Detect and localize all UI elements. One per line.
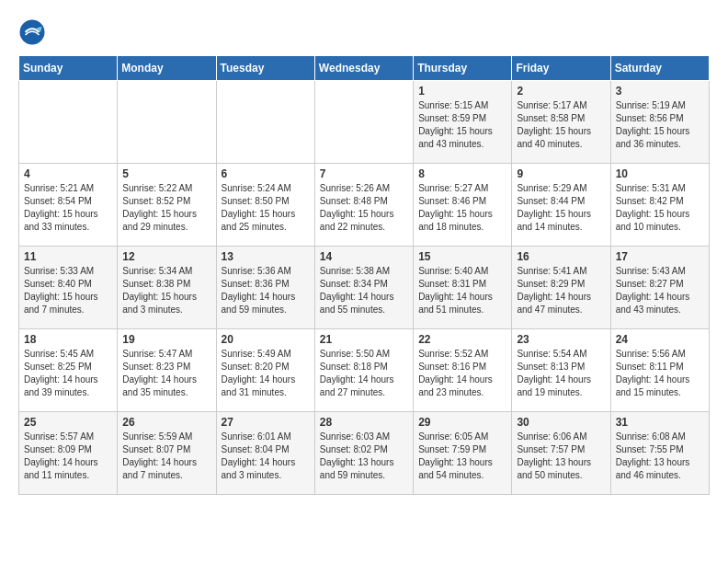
week-row-3: 11Sunrise: 5:33 AMSunset: 8:40 PMDayligh…	[19, 247, 710, 329]
cell-content: Sunrise: 6:08 AMSunset: 7:55 PMDaylight:…	[616, 431, 704, 482]
day-number: 20	[222, 333, 310, 346]
cell-content: Sunrise: 5:54 AMSunset: 8:13 PMDaylight:…	[517, 348, 605, 399]
cell-content: Sunrise: 5:45 AMSunset: 8:25 PMDaylight:…	[24, 348, 112, 399]
day-number: 10	[616, 167, 704, 180]
weekday-header-wednesday: Wednesday	[314, 56, 413, 81]
calendar-cell: 24Sunrise: 5:56 AMSunset: 8:11 PMDayligh…	[610, 329, 709, 412]
cell-content: Sunrise: 5:41 AMSunset: 8:29 PMDaylight:…	[517, 265, 605, 316]
weekday-header-friday: Friday	[512, 56, 610, 81]
cell-content: Sunrise: 5:36 AMSunset: 8:36 PMDaylight:…	[222, 265, 310, 316]
weekday-header-tuesday: Tuesday	[216, 56, 314, 81]
weekday-header-sunday: Sunday	[19, 56, 118, 81]
calendar-cell	[118, 81, 216, 164]
calendar-cell: 13Sunrise: 5:36 AMSunset: 8:36 PMDayligh…	[216, 247, 314, 329]
logo	[18, 18, 50, 46]
day-number: 4	[24, 167, 112, 180]
calendar-cell: 15Sunrise: 5:40 AMSunset: 8:31 PMDayligh…	[414, 247, 512, 329]
cell-content: Sunrise: 5:34 AMSunset: 8:38 PMDaylight:…	[122, 265, 210, 316]
day-number: 15	[418, 250, 506, 263]
cell-content: Sunrise: 5:38 AMSunset: 8:34 PMDaylight:…	[320, 265, 408, 316]
calendar-cell: 16Sunrise: 5:41 AMSunset: 8:29 PMDayligh…	[512, 247, 610, 329]
calendar-cell: 1Sunrise: 5:15 AMSunset: 8:59 PMDaylight…	[414, 81, 512, 164]
calendar-cell: 7Sunrise: 5:26 AMSunset: 8:48 PMDaylight…	[314, 164, 413, 247]
cell-content: Sunrise: 5:27 AMSunset: 8:46 PMDaylight:…	[418, 182, 506, 234]
day-number: 25	[24, 416, 112, 429]
weekday-header-thursday: Thursday	[414, 56, 512, 81]
week-row-5: 25Sunrise: 5:57 AMSunset: 8:09 PMDayligh…	[19, 412, 710, 495]
weekday-header-saturday: Saturday	[610, 56, 709, 81]
cell-content: Sunrise: 5:50 AMSunset: 8:18 PMDaylight:…	[320, 348, 408, 399]
calendar-cell: 31Sunrise: 6:08 AMSunset: 7:55 PMDayligh…	[610, 412, 709, 495]
calendar-cell: 21Sunrise: 5:50 AMSunset: 8:18 PMDayligh…	[314, 329, 413, 412]
calendar-cell: 27Sunrise: 6:01 AMSunset: 8:04 PMDayligh…	[216, 412, 314, 495]
calendar-cell: 5Sunrise: 5:22 AMSunset: 8:52 PMDaylight…	[118, 164, 216, 247]
calendar-cell: 30Sunrise: 6:06 AMSunset: 7:57 PMDayligh…	[512, 412, 610, 495]
day-number: 12	[122, 250, 210, 263]
cell-content: Sunrise: 5:56 AMSunset: 8:11 PMDaylight:…	[616, 348, 704, 399]
calendar-cell: 19Sunrise: 5:47 AMSunset: 8:23 PMDayligh…	[118, 329, 216, 412]
calendar-cell: 17Sunrise: 5:43 AMSunset: 8:27 PMDayligh…	[610, 247, 709, 329]
day-number: 19	[122, 333, 210, 346]
cell-content: Sunrise: 5:59 AMSunset: 8:07 PMDaylight:…	[122, 431, 210, 482]
cell-content: Sunrise: 6:01 AMSunset: 8:04 PMDaylight:…	[222, 431, 310, 482]
day-number: 9	[517, 167, 605, 180]
logo-icon	[18, 18, 46, 46]
calendar-cell: 14Sunrise: 5:38 AMSunset: 8:34 PMDayligh…	[314, 247, 413, 329]
cell-content: Sunrise: 6:05 AMSunset: 7:59 PMDaylight:…	[418, 431, 506, 482]
day-number: 5	[122, 167, 210, 180]
weekday-header-monday: Monday	[118, 56, 216, 81]
cell-content: Sunrise: 5:49 AMSunset: 8:20 PMDaylight:…	[222, 348, 310, 399]
day-number: 22	[418, 333, 506, 346]
day-number: 16	[517, 250, 605, 263]
day-number: 11	[24, 250, 112, 263]
day-number: 24	[616, 333, 704, 346]
day-number: 26	[122, 416, 210, 429]
cell-content: Sunrise: 6:06 AMSunset: 7:57 PMDaylight:…	[517, 431, 605, 482]
calendar-cell: 4Sunrise: 5:21 AMSunset: 8:54 PMDaylight…	[19, 164, 118, 247]
calendar-cell: 26Sunrise: 5:59 AMSunset: 8:07 PMDayligh…	[118, 412, 216, 495]
cell-content: Sunrise: 5:22 AMSunset: 8:52 PMDaylight:…	[122, 182, 210, 234]
day-number: 14	[320, 250, 408, 263]
week-row-2: 4Sunrise: 5:21 AMSunset: 8:54 PMDaylight…	[19, 164, 710, 247]
day-number: 7	[320, 167, 408, 180]
calendar-cell: 2Sunrise: 5:17 AMSunset: 8:58 PMDaylight…	[512, 81, 610, 164]
cell-content: Sunrise: 5:57 AMSunset: 8:09 PMDaylight:…	[24, 431, 112, 482]
calendar-cell: 6Sunrise: 5:24 AMSunset: 8:50 PMDaylight…	[216, 164, 314, 247]
day-number: 21	[320, 333, 408, 346]
day-number: 17	[616, 250, 704, 263]
day-number: 13	[222, 250, 310, 263]
cell-content: Sunrise: 5:47 AMSunset: 8:23 PMDaylight:…	[122, 348, 210, 399]
cell-content: Sunrise: 5:19 AMSunset: 8:56 PMDaylight:…	[616, 99, 704, 151]
day-number: 18	[24, 333, 112, 346]
week-row-1: 1Sunrise: 5:15 AMSunset: 8:59 PMDaylight…	[19, 81, 710, 164]
calendar-table: SundayMondayTuesdayWednesdayThursdayFrid…	[18, 55, 710, 495]
cell-content: Sunrise: 5:31 AMSunset: 8:42 PMDaylight:…	[616, 182, 704, 234]
calendar-cell	[19, 81, 118, 164]
cell-content: Sunrise: 5:24 AMSunset: 8:50 PMDaylight:…	[222, 182, 310, 234]
day-number: 3	[616, 85, 704, 98]
day-number: 2	[517, 85, 605, 98]
day-number: 31	[616, 416, 704, 429]
calendar-cell: 8Sunrise: 5:27 AMSunset: 8:46 PMDaylight…	[414, 164, 512, 247]
calendar-cell: 12Sunrise: 5:34 AMSunset: 8:38 PMDayligh…	[118, 247, 216, 329]
day-number: 23	[517, 333, 605, 346]
day-number: 27	[222, 416, 310, 429]
calendar-cell: 25Sunrise: 5:57 AMSunset: 8:09 PMDayligh…	[19, 412, 118, 495]
calendar-cell: 9Sunrise: 5:29 AMSunset: 8:44 PMDaylight…	[512, 164, 610, 247]
calendar-cell: 3Sunrise: 5:19 AMSunset: 8:56 PMDaylight…	[610, 81, 709, 164]
cell-content: Sunrise: 5:52 AMSunset: 8:16 PMDaylight:…	[418, 348, 506, 399]
day-number: 6	[222, 167, 310, 180]
day-number: 28	[320, 416, 408, 429]
calendar-cell: 10Sunrise: 5:31 AMSunset: 8:42 PMDayligh…	[610, 164, 709, 247]
calendar-cell: 22Sunrise: 5:52 AMSunset: 8:16 PMDayligh…	[414, 329, 512, 412]
calendar-cell: 11Sunrise: 5:33 AMSunset: 8:40 PMDayligh…	[19, 247, 118, 329]
cell-content: Sunrise: 6:03 AMSunset: 8:02 PMDaylight:…	[320, 431, 408, 482]
weekday-header-row: SundayMondayTuesdayWednesdayThursdayFrid…	[19, 56, 710, 81]
day-number: 1	[418, 85, 506, 98]
cell-content: Sunrise: 5:43 AMSunset: 8:27 PMDaylight:…	[616, 265, 704, 316]
calendar-cell	[314, 81, 413, 164]
calendar-cell: 23Sunrise: 5:54 AMSunset: 8:13 PMDayligh…	[512, 329, 610, 412]
day-number: 8	[418, 167, 506, 180]
day-number: 30	[517, 416, 605, 429]
cell-content: Sunrise: 5:15 AMSunset: 8:59 PMDaylight:…	[418, 99, 506, 151]
